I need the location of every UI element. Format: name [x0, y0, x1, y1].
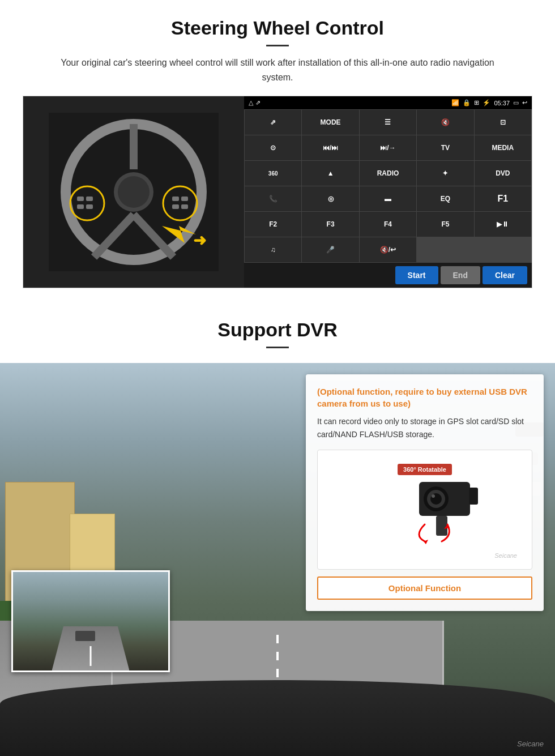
- btn-music[interactable]: ♫: [245, 237, 301, 262]
- btn-prev[interactable]: ⏮/⏭: [302, 135, 358, 160]
- btn-nav[interactable]: ⇗: [245, 110, 301, 135]
- camera-illustration: 360° Rotatable: [327, 459, 523, 550]
- btn-mirror[interactable]: ▬: [360, 186, 416, 211]
- btn-playpause[interactable]: ▶⏸: [475, 212, 531, 237]
- btn-mute[interactable]: 🔇: [417, 110, 473, 135]
- statusbar-right: 📶 🔒 ⊞ ⚡ 05:37 ▭ ↩: [451, 99, 527, 106]
- clear-button[interactable]: Clear: [483, 266, 527, 284]
- dvr-section: Support DVR: [0, 305, 555, 756]
- btn-brightness[interactable]: ✦: [417, 161, 473, 186]
- start-button[interactable]: Start: [395, 266, 438, 284]
- svg-rect-16: [181, 204, 188, 209]
- btn-internet[interactable]: ◎: [302, 186, 358, 211]
- title-divider: [266, 45, 289, 46]
- btn-f1[interactable]: F1: [475, 186, 531, 211]
- button-grid: ⇗ MODE ☰ 🔇 ⊡ ⊙ ⏮/⏭ ⏭/→ TV MEDIA 360 ▲ RA…: [244, 109, 532, 263]
- svg-rect-13: [172, 197, 179, 201]
- btn-360[interactable]: 360: [245, 161, 301, 186]
- nav-icon: ⇗: [255, 99, 261, 106]
- home-icon: △: [249, 99, 253, 106]
- btn-menu[interactable]: ☰: [360, 110, 416, 135]
- camera-svg: [368, 476, 481, 550]
- seicane-watermark: Seicane: [517, 740, 544, 748]
- steering-wheel-svg: ➜: [49, 113, 219, 271]
- seicane-watermark-inner: Seicane: [494, 552, 517, 559]
- optional-fn-button[interactable]: Optional Function: [317, 576, 532, 600]
- btn-media[interactable]: MEDIA: [475, 135, 531, 160]
- btn-next[interactable]: ⏭/→: [360, 135, 416, 160]
- svg-point-23: [432, 494, 435, 498]
- camera-box: 360° Rotatable: [317, 450, 532, 570]
- dvr-header: Support DVR: [0, 305, 555, 363]
- btn-apps[interactable]: ⊡: [475, 110, 531, 135]
- svg-rect-27: [469, 488, 478, 505]
- rotatable-badge: 360° Rotatable: [398, 464, 452, 475]
- svg-rect-24: [436, 516, 447, 536]
- wifi-icon: 📶: [451, 99, 459, 106]
- steering-title: Steering Wheel Control: [23, 17, 532, 39]
- btn-f5[interactable]: F5: [417, 212, 473, 237]
- headunit-panel: △ ⇗ 📶 🔒 ⊞ ⚡ 05:37 ▭ ↩ ⇗ MODE ☰: [244, 96, 532, 288]
- btn-mic[interactable]: 🎤: [302, 237, 358, 262]
- svg-rect-9: [86, 197, 93, 201]
- dashboard-interior: [0, 680, 555, 756]
- dvr-title: Support DVR: [23, 319, 532, 341]
- btn-radio[interactable]: RADIO: [360, 161, 416, 186]
- svg-rect-15: [172, 204, 179, 209]
- thumb-road-line: [90, 646, 92, 666]
- svg-point-6: [118, 176, 150, 208]
- dvr-thumbnail: [11, 570, 170, 672]
- steering-ui-container: ➜ △ ⇗ 📶 🔒 ⊞ ⚡ 05:37 ▭ ↩: [23, 96, 532, 288]
- statusbar: △ ⇗ 📶 🔒 ⊞ ⚡ 05:37 ▭ ↩: [244, 96, 532, 109]
- btn-phone[interactable]: 📞: [245, 186, 301, 211]
- window-icon: ▭: [513, 99, 519, 106]
- btn-f3[interactable]: F3: [302, 212, 358, 237]
- btn-f2[interactable]: F2: [245, 212, 301, 237]
- svg-rect-11: [86, 204, 93, 209]
- action-buttons: Start End Clear: [244, 263, 532, 288]
- back-icon: ↩: [522, 99, 527, 106]
- btn-f4[interactable]: F4: [360, 212, 416, 237]
- svg-text:➜: ➜: [193, 232, 206, 249]
- svg-rect-10: [77, 204, 84, 209]
- thumb-car: [75, 631, 95, 641]
- dvr-background: (Optional function, require to buy exter…: [0, 363, 555, 756]
- statusbar-left: △ ⇗: [249, 99, 261, 106]
- btn-volmute[interactable]: 🔇/↩: [360, 237, 416, 262]
- svg-rect-14: [181, 197, 188, 201]
- lock-icon: 🔒: [463, 99, 471, 106]
- dvr-description: It can record video only to storage in G…: [317, 415, 532, 441]
- grid-icon: ⊞: [474, 99, 479, 106]
- optional-title: (Optional function, require to buy exter…: [317, 386, 532, 409]
- bt-icon: ⚡: [483, 99, 490, 106]
- btn-mode[interactable]: MODE: [302, 110, 358, 135]
- steering-photo: ➜: [23, 96, 244, 288]
- btn-settings[interactable]: ⊙: [245, 135, 301, 160]
- end-button[interactable]: End: [441, 266, 480, 284]
- btn-tv[interactable]: TV: [417, 135, 473, 160]
- dvr-divider: [266, 347, 289, 348]
- btn-dvd[interactable]: DVD: [475, 161, 531, 186]
- thumb-inner: [13, 572, 168, 670]
- time-display: 05:37: [494, 100, 510, 106]
- steering-description: Your original car's steering wheel contr…: [45, 55, 510, 84]
- btn-eject[interactable]: ▲: [302, 161, 358, 186]
- dvr-info-box: (Optional function, require to buy exter…: [306, 374, 544, 611]
- btn-eq[interactable]: EQ: [417, 186, 473, 211]
- svg-rect-8: [77, 197, 84, 201]
- steering-wheel-section: Steering Wheel Control Your original car…: [0, 0, 555, 300]
